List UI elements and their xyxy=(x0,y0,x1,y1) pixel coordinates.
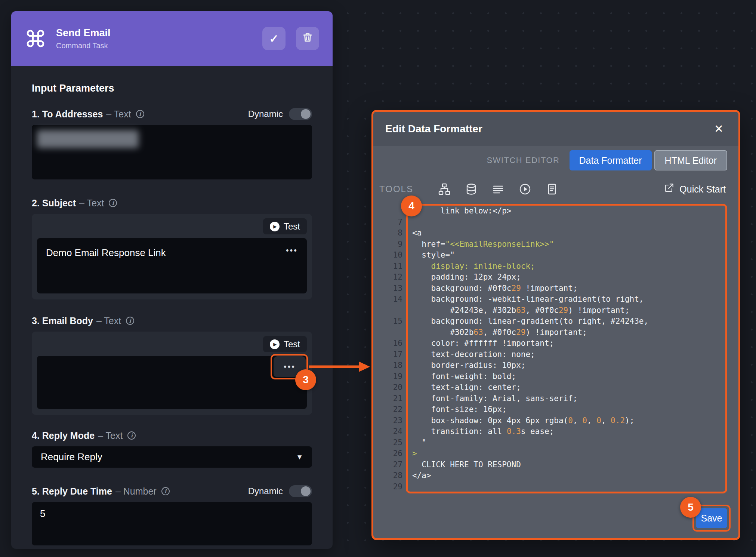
save-button[interactable]: Save xyxy=(696,508,727,528)
trash-icon xyxy=(302,32,313,46)
tools-row: TOOLS Quick Start xyxy=(373,175,738,204)
line-number: 22 xyxy=(373,404,412,415)
info-icon[interactable]: i xyxy=(127,431,136,440)
line-number: 24 xyxy=(373,426,412,437)
line-number: 27 xyxy=(373,459,412,471)
param-reply-due-time-name: 5. Reply Due Time xyxy=(32,486,112,497)
line-code: transition: all 0.3s ease; xyxy=(412,426,682,437)
line-code: CLICK HERE TO RESPOND xyxy=(412,459,682,471)
line-code: font-size: 16px; xyxy=(412,404,682,415)
send-email-task-card: Send Email Command Task ✓ Input Paramete… xyxy=(11,11,333,549)
task-title: Send Email xyxy=(56,27,111,39)
line-number: 28 xyxy=(373,470,412,481)
param-reply-mode-name: 4. Reply Mode xyxy=(32,430,95,441)
play-icon: ▶ xyxy=(270,222,280,231)
line-code: " xyxy=(412,437,682,449)
code-line: 18 border-radius: 10px; xyxy=(373,360,738,371)
code-line: 28</a> xyxy=(373,470,738,481)
line-code: border-radius: 10px; xyxy=(412,360,682,371)
code-line: 27 CLICK HERE TO RESPOND xyxy=(373,459,738,471)
subject-value: Demo Email Response Link xyxy=(46,247,166,259)
param-subject-type: – Text xyxy=(79,197,104,209)
external-link-icon xyxy=(663,182,675,196)
tab-html-editor[interactable]: HTML Editor xyxy=(654,150,727,170)
line-number: 21 xyxy=(373,393,412,404)
hierarchy-icon[interactable] xyxy=(438,183,451,196)
task-subtitle: Command Task xyxy=(56,41,111,50)
tab-data-formatter[interactable]: Data Formatter xyxy=(570,150,652,170)
param-reply-due-time-type: – Number xyxy=(115,486,157,497)
command-icon xyxy=(25,28,46,49)
line-code: font-weight: bold; xyxy=(412,371,682,382)
line-number: 18 xyxy=(373,360,412,371)
line-number: 16 xyxy=(373,338,412,349)
line-code: background: linear-gradient(to right, #2… xyxy=(412,316,682,338)
dynamic-toggle-reply-due-time[interactable] xyxy=(289,485,312,497)
check-icon: ✓ xyxy=(269,32,278,45)
reply-due-time-value: 5 xyxy=(40,508,45,519)
subject-field-group: ▶ Test Demo Email Response Link ••• xyxy=(32,214,312,299)
line-number: 10 xyxy=(373,250,412,261)
info-icon[interactable]: i xyxy=(126,317,134,325)
test-button-label: Test xyxy=(284,339,300,350)
code-line: 17 text-decoration: none; xyxy=(373,349,738,360)
line-code: text-decoration: none; xyxy=(412,349,682,360)
modal-title: Edit Data Formatter xyxy=(385,123,482,135)
code-line: 20 text-align: center; xyxy=(373,382,738,393)
code-line: 14 background: -webkit-linear-gradient(t… xyxy=(373,294,738,316)
subject-input[interactable]: Demo Email Response Link ••• xyxy=(37,238,307,293)
line-code: > xyxy=(412,448,682,459)
email-body-test-button[interactable]: ▶ Test xyxy=(263,336,307,352)
line-number: 7 xyxy=(373,217,412,228)
code-line: 19 font-weight: bold; xyxy=(373,371,738,382)
confirm-button[interactable]: ✓ xyxy=(262,27,286,50)
test-button-label: Test xyxy=(284,221,300,232)
email-body-input[interactable] xyxy=(37,356,307,409)
editor-switcher-row: SWITCH EDITOR Data Formatter HTML Editor xyxy=(373,146,738,175)
line-code: padding: 12px 24px; xyxy=(412,272,682,283)
code-line: link below:</p> xyxy=(373,206,738,217)
line-number: 26 xyxy=(373,448,412,459)
line-number: 17 xyxy=(373,349,412,360)
param-to-addresses-type: – Text xyxy=(106,108,131,120)
reply-mode-value: Require Reply xyxy=(41,451,102,463)
play-circle-icon[interactable] xyxy=(519,183,531,196)
line-number: 15 xyxy=(373,316,412,338)
code-line: 12 padding: 12px 24px; xyxy=(373,272,738,283)
code-editor[interactable]: link below:</p>78<a9 href="<<EmailRespon… xyxy=(373,204,738,493)
play-icon: ▶ xyxy=(270,339,280,349)
param-email-body-type: – Text xyxy=(96,315,121,326)
line-number: 11 xyxy=(373,261,412,272)
close-icon[interactable]: ✕ xyxy=(714,123,723,135)
info-icon[interactable]: i xyxy=(161,487,170,495)
text-lines-icon[interactable] xyxy=(492,183,504,196)
delete-button[interactable] xyxy=(296,27,319,50)
line-code: color: #ffffff !important; xyxy=(412,338,682,349)
database-icon[interactable] xyxy=(465,183,478,196)
dynamic-toggle-to-addresses[interactable] xyxy=(289,108,312,120)
line-number: 23 xyxy=(373,415,412,427)
line-code: background: -webkit-linear-gradient(to r… xyxy=(412,294,682,316)
info-icon[interactable]: i xyxy=(109,199,117,207)
quick-start-link[interactable]: Quick Start xyxy=(663,182,726,196)
line-number: 25 xyxy=(373,437,412,449)
toggle-knob xyxy=(301,109,311,119)
code-line: 21 font-family: Arial, sans-serif; xyxy=(373,393,738,404)
task-card-header: Send Email Command Task ✓ xyxy=(11,11,333,66)
subject-options-icon[interactable]: ••• xyxy=(286,247,298,254)
line-number: 9 xyxy=(373,239,412,250)
param-to-addresses-name: 1. To Addresses xyxy=(32,108,103,120)
line-number: 13 xyxy=(373,283,412,294)
document-icon[interactable] xyxy=(546,183,558,196)
reply-mode-dropdown[interactable]: Require Reply ▼ xyxy=(32,446,312,468)
to-addresses-input[interactable] xyxy=(32,125,312,179)
code-line: 11 display: inline-block; xyxy=(373,261,738,272)
line-code: <a xyxy=(412,228,682,239)
line-number: 20 xyxy=(373,382,412,393)
redacted-email-value xyxy=(37,130,139,148)
subject-test-button[interactable]: ▶ Test xyxy=(263,218,307,234)
code-line: 29 xyxy=(373,481,738,493)
reply-due-time-input[interactable]: 5 xyxy=(32,502,312,545)
email-body-options-button[interactable]: ••• xyxy=(274,356,306,377)
info-icon[interactable]: i xyxy=(136,110,144,118)
